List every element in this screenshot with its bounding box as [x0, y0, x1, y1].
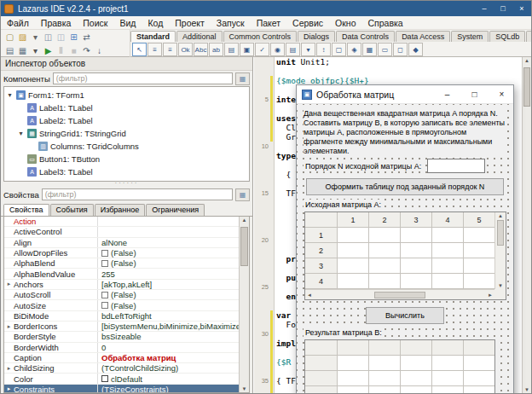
checkbox-icon[interactable] — [101, 292, 108, 298]
view-forms-icon[interactable]: ▦ — [16, 44, 29, 56]
property-value[interactable]: (False) — [98, 290, 239, 299]
expand-icon[interactable]: ▸ — [4, 365, 14, 372]
property-value[interactable]: [biSystemMenu,biMinimize,biMaximize] — [98, 322, 239, 331]
palette-tab[interactable]: Data Access — [396, 31, 450, 42]
property-row[interactable]: AutoSize(False) — [4, 300, 239, 310]
inspector-tab[interactable]: Ограничения — [146, 204, 205, 216]
property-value[interactable]: bdLeftToRight — [98, 311, 239, 321]
grid-cell[interactable] — [464, 386, 495, 393]
form-close-icon[interactable]: × — [490, 85, 513, 103]
property-row[interactable]: ▸Constraints(TSizeConstraints) — [4, 385, 239, 392]
grid-cell[interactable] — [369, 371, 401, 386]
select-tool-icon[interactable]: ↖ — [132, 43, 147, 56]
tpanel-icon[interactable]: ▭ — [378, 43, 392, 56]
change-build-mode-icon[interactable]: ▾ — [29, 44, 42, 56]
property-row[interactable]: AllowDropFiles(False) — [4, 248, 239, 258]
order-n-input[interactable] — [427, 159, 485, 173]
tlabel-icon[interactable]: Abc — [194, 43, 208, 56]
grid-cell[interactable] — [464, 243, 495, 258]
open-dropdown-icon[interactable]: ▾ — [29, 31, 42, 43]
grid-cell[interactable] — [401, 274, 432, 289]
menu-item[interactable]: Код — [142, 17, 169, 29]
tree-item[interactable]: ▥Columns: TGridColumns — [4, 140, 249, 153]
tree-item[interactable]: ▾▣Form1: TForm1 — [4, 89, 249, 101]
menu-item[interactable]: Правка — [35, 17, 77, 29]
tscrollbar-icon[interactable]: ↕ — [316, 43, 331, 56]
palette-tab[interactable]: System — [451, 31, 489, 42]
grid-cell[interactable] — [401, 258, 432, 274]
grid-cell[interactable] — [432, 228, 464, 243]
grid-cell[interactable] — [432, 386, 464, 393]
property-row[interactable]: ActiveControl — [4, 227, 239, 237]
tedit-icon[interactable]: ab — [209, 43, 223, 56]
form-client-area[interactable]: Дана вещественная квадратная матрица A п… — [297, 104, 513, 393]
matrix-a-grid[interactable]: 123451234 ▲ ▼ ◄ ► — [304, 211, 506, 300]
menu-item[interactable]: Справка — [361, 17, 408, 29]
menu-item[interactable]: Запуск — [211, 17, 251, 29]
tradiogroup-icon[interactable]: ◈ — [347, 43, 361, 56]
tree-item[interactable]: ALabel3: TLabel — [4, 165, 249, 178]
property-row[interactable]: AlphaBlendValue255 — [4, 269, 239, 279]
tpopupmenu-icon[interactable]: ≡ — [163, 43, 177, 56]
form-title-bar[interactable]: ▣ Обработка матриц – □ × — [297, 85, 513, 104]
tmainmenu-icon[interactable]: ≡ — [147, 43, 162, 56]
palette-tab[interactable]: Misc — [526, 31, 531, 42]
stop-icon[interactable]: ■ — [67, 44, 80, 56]
ttogglebox-icon[interactable]: ▣ — [240, 43, 254, 56]
grid-cell[interactable] — [369, 356, 401, 371]
pause-icon[interactable]: Ⅱ — [55, 44, 67, 56]
grid-cell[interactable] — [338, 228, 369, 243]
compute-button[interactable]: Вычислить — [366, 307, 444, 324]
minimize-icon[interactable]: – — [475, 1, 494, 16]
menu-item[interactable]: Проект — [169, 17, 211, 29]
grid-cell[interactable] — [464, 228, 495, 243]
scroll-right-icon[interactable]: ► — [488, 293, 493, 298]
grid-cell[interactable] — [432, 274, 464, 289]
tree-item[interactable]: ALabel2: TLabel — [4, 114, 249, 127]
scroll-up-icon[interactable]: ▲ — [495, 213, 506, 218]
checkbox-icon[interactable] — [101, 302, 108, 309]
tframe-icon[interactable]: ◻ — [393, 43, 408, 56]
save-icon[interactable]: ◫ — [42, 31, 55, 43]
components-options-icon[interactable]: ▦ — [235, 72, 250, 85]
property-row[interactable]: ▸BorderIcons[biSystemMenu,biMinimize,biM… — [4, 322, 239, 332]
grid-cell[interactable] — [401, 386, 432, 393]
tradiobutton-icon[interactable]: ◉ — [270, 43, 285, 56]
title-bar[interactable]: Lazarus IDE v2.2.4 - project1 – □ × — [1, 1, 531, 16]
property-row[interactable]: AlignalNone — [4, 238, 239, 248]
property-row[interactable]: Action — [4, 217, 239, 227]
grid-cell[interactable] — [401, 371, 432, 386]
menu-item[interactable]: Сервис — [286, 17, 329, 29]
toggle-form-unit-icon[interactable]: ⇄ — [80, 31, 93, 43]
property-value[interactable]: (False) — [98, 258, 239, 268]
run-icon[interactable]: ▶ — [42, 44, 55, 56]
property-row[interactable]: AlphaBlend(False) — [4, 258, 239, 269]
grid-cell[interactable] — [369, 386, 401, 393]
inspector-tab[interactable]: События — [50, 204, 94, 216]
save-all-icon[interactable]: ◫ — [55, 31, 67, 43]
inspector-tab[interactable]: Избранное — [95, 204, 146, 216]
tbutton-icon[interactable]: Ok — [178, 43, 193, 56]
scroll-thumb[interactable] — [523, 67, 530, 107]
tcheckgroup-icon[interactable]: ▦ — [362, 43, 377, 56]
property-row[interactable]: BorderStylebsSizeable — [4, 332, 239, 342]
property-row[interactable]: ColorclDefault — [4, 374, 239, 384]
editor-scrollbar[interactable]: ▲ ▼ — [522, 57, 531, 393]
properties-options-icon[interactable]: ▦ — [235, 188, 250, 201]
grid-cell[interactable] — [432, 243, 464, 258]
tree-item[interactable]: ▭Button1: TButton — [4, 153, 249, 165]
grid-cell[interactable] — [432, 371, 464, 386]
property-value[interactable]: clDefault — [98, 374, 239, 384]
property-value[interactable]: 255 — [98, 269, 239, 279]
palette-tab[interactable]: Additional — [176, 31, 223, 42]
palette-tab[interactable]: Data Controls — [336, 31, 395, 42]
property-value[interactable]: (False) — [98, 248, 239, 258]
grid-cell[interactable] — [338, 356, 369, 371]
components-filter-input[interactable]: (фильтр) — [53, 72, 233, 84]
tgroupbox-icon[interactable]: ▢ — [332, 43, 346, 56]
expand-icon[interactable]: ▸ — [4, 281, 14, 287]
menu-item[interactable]: Вид — [113, 17, 142, 29]
tree-item[interactable]: ALabel1: TLabel — [4, 101, 249, 114]
grid-cell[interactable] — [338, 258, 369, 274]
tlistbox-icon[interactable]: ▤ — [286, 43, 300, 56]
